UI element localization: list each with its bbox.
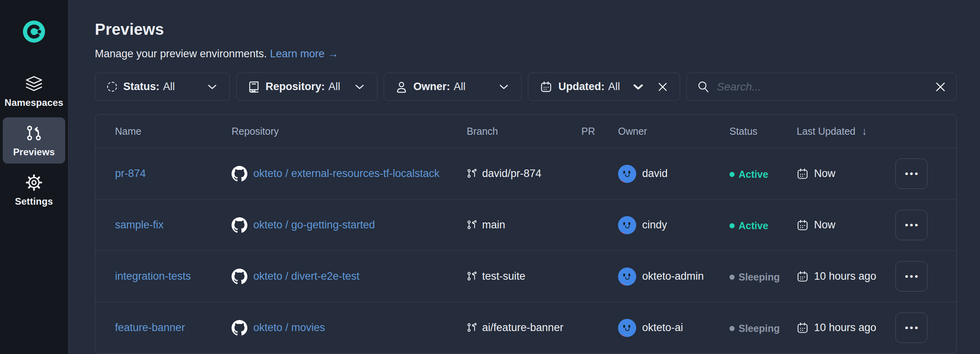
owner-filter-button[interactable]: Owner: All <box>384 73 522 101</box>
sidebar-item-label: Settings <box>15 196 53 207</box>
github-icon <box>232 269 247 284</box>
sidebar-item-namespaces[interactable]: Namespaces <box>3 69 65 114</box>
status-badge: Active <box>729 169 768 180</box>
repository-link[interactable]: okteto / divert-e2e-test <box>253 270 360 282</box>
status-label: Sleeping <box>739 323 780 334</box>
repository-link[interactable]: okteto / go-getting-started <box>253 219 375 231</box>
preview-name-link[interactable]: integration-tests <box>115 270 191 282</box>
table-row: feature-banner okteto / movies ai/featur… <box>95 302 956 353</box>
status-dot-icon <box>729 275 735 280</box>
status-badge: Sleeping <box>729 271 780 283</box>
column-header-owner[interactable]: Owner <box>595 126 729 137</box>
row-actions-button[interactable]: ••• <box>895 313 927 343</box>
status-label: Active <box>739 220 768 232</box>
calendar-icon <box>540 81 552 93</box>
calendar-icon <box>797 168 808 180</box>
repository-link[interactable]: okteto / movies <box>253 322 325 334</box>
repository-link[interactable]: okteto / external-resources-tf-localstac… <box>253 168 439 180</box>
chevron-down-icon <box>207 83 218 90</box>
search-icon <box>697 81 710 93</box>
avatar <box>618 165 636 183</box>
row-actions-button[interactable]: ••• <box>895 261 927 292</box>
column-header-pr[interactable]: PR <box>570 126 595 137</box>
layers-icon <box>24 75 43 93</box>
github-icon <box>232 320 247 336</box>
sidebar-item-label: Namespaces <box>5 97 64 108</box>
arrow-right-icon: → <box>328 48 338 60</box>
person-icon <box>396 81 407 93</box>
preview-name-link[interactable]: sample-fix <box>115 219 164 231</box>
clear-filter-icon[interactable] <box>658 82 668 92</box>
sort-desc-icon: ↓ <box>862 125 867 137</box>
chevron-down-icon <box>632 83 644 91</box>
row-actions-button[interactable]: ••• <box>895 158 927 189</box>
branch-name: test-suite <box>482 270 526 282</box>
status-dot-icon <box>729 172 735 177</box>
avatar <box>618 319 636 337</box>
main-content: Previews Manage your preview environment… <box>69 0 980 354</box>
branch-name: main <box>482 219 505 231</box>
column-header-branch[interactable]: Branch <box>467 126 570 137</box>
owner-name: okteto-ai <box>642 322 683 334</box>
clear-search-icon[interactable] <box>935 81 946 92</box>
row-actions-button[interactable]: ••• <box>895 210 927 240</box>
column-header-last-updated[interactable]: Last Updated ↓ <box>797 125 895 137</box>
owner-name: david <box>642 168 668 180</box>
status-badge: Sleeping <box>729 323 780 334</box>
avatar <box>618 267 636 286</box>
okteto-logo-icon[interactable] <box>23 21 45 43</box>
repository-filter-button[interactable]: Repository: All <box>236 73 377 101</box>
git-pull-request-icon <box>25 124 43 142</box>
status-dot-icon <box>729 223 735 228</box>
column-header-name[interactable]: Name <box>115 126 232 137</box>
subtitle-text: Manage your preview environments. <box>95 48 267 60</box>
column-header-status[interactable]: Status <box>729 126 797 137</box>
ellipsis-icon: ••• <box>905 220 920 231</box>
owner-name: okteto-admin <box>642 270 704 282</box>
status-filter-button[interactable]: Status: All <box>95 73 230 101</box>
branch-name: ai/feature-banner <box>482 322 564 334</box>
table-header: Name Repository Branch PR Owner Status L… <box>95 115 956 148</box>
github-icon <box>232 217 247 233</box>
sidebar-item-previews[interactable]: Previews <box>3 117 65 164</box>
calendar-icon <box>797 219 808 231</box>
last-updated-text: Now <box>814 219 835 231</box>
owner-name: cindy <box>642 219 667 231</box>
previews-table: Name Repository Branch PR Owner Status L… <box>95 114 957 354</box>
branch-icon <box>467 168 477 179</box>
chevron-down-icon <box>354 83 365 90</box>
search-box <box>686 73 957 101</box>
table-row: sample-fix okteto / go-getting-started m… <box>95 199 956 250</box>
table-row: integration-tests okteto / divert-e2e-te… <box>95 250 956 302</box>
page-subtitle: Manage your preview environments.Learn m… <box>95 48 957 60</box>
status-label: Sleeping <box>739 271 780 283</box>
updated-filter-button[interactable]: Updated: All <box>528 73 680 101</box>
last-updated-text: 10 hours ago <box>814 270 876 282</box>
status-dot-icon <box>729 326 735 331</box>
sidebar: Namespaces Previews <box>0 0 69 354</box>
filter-bar: Status: All Repository: All <box>95 73 957 101</box>
github-icon <box>232 166 247 182</box>
last-updated-text: 10 hours ago <box>814 322 876 334</box>
sidebar-item-label: Previews <box>13 147 55 158</box>
learn-more-link[interactable]: Learn more→ <box>270 48 338 60</box>
column-header-repository[interactable]: Repository <box>232 126 467 137</box>
calendar-icon <box>797 322 808 334</box>
branch-icon <box>467 271 477 282</box>
ellipsis-icon: ••• <box>905 168 920 179</box>
sidebar-item-settings[interactable]: Settings <box>3 167 65 213</box>
status-label: Active <box>739 169 768 180</box>
preview-name-link[interactable]: feature-banner <box>115 322 185 333</box>
repo-icon <box>249 81 259 93</box>
last-updated-text: Now <box>814 168 835 180</box>
branch-icon <box>467 322 477 333</box>
preview-name-link[interactable]: pr-874 <box>115 168 146 179</box>
avatar <box>618 216 636 234</box>
calendar-icon <box>797 271 808 282</box>
app-root: Namespaces Previews <box>0 0 980 354</box>
branch-icon <box>467 220 477 230</box>
branch-name: david/pr-874 <box>482 168 541 180</box>
search-input[interactable] <box>717 81 935 93</box>
page-title: Previews <box>95 21 957 38</box>
ellipsis-icon: ••• <box>905 271 920 282</box>
